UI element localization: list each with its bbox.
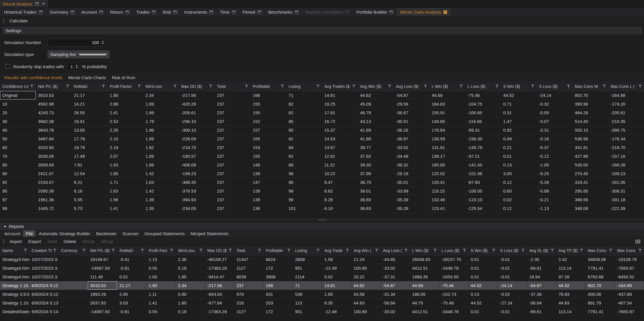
table-cell[interactable]: 45.09	[358, 100, 393, 108]
column-header-l-win[interactable]: L Win ($)	[410, 246, 439, 255]
table-cell[interactable]: 237	[215, 91, 250, 99]
table-cell[interactable]: 44.62	[358, 91, 393, 99]
table-cell[interactable]: 237	[215, 161, 250, 169]
table-cell[interactable]: 0.12	[501, 178, 537, 186]
table-cell[interactable]: -0.81	[117, 264, 146, 272]
splitter-grip-icon[interactable]	[318, 220, 326, 220]
table-cell[interactable]: -116.66	[465, 117, 501, 126]
table-cell[interactable]: 237	[215, 204, 250, 213]
table-cell[interactable]: -7650.87	[615, 307, 644, 316]
column-header-max-dd[interactable]: Max DD ($	[205, 246, 234, 255]
filter-icon[interactable]	[551, 249, 554, 252]
filter-icon[interactable]	[111, 249, 115, 252]
collapse-icon[interactable]	[3, 225, 6, 227]
table-cell[interactable]: -3.31	[537, 126, 572, 134]
table-cell[interactable]: 0.02	[117, 273, 146, 281]
table-cell[interactable]: 1445.72	[36, 204, 71, 213]
table-cell[interactable]: 1.82	[143, 143, 179, 152]
table-cell[interactable]: 17.78	[71, 135, 107, 143]
table-cell[interactable]: 1893.29	[88, 290, 117, 298]
table-cell[interactable]: 21.24	[351, 255, 381, 264]
table-cell[interactable]: -75.46	[439, 299, 468, 307]
table-cell[interactable]: 2243.57	[36, 178, 71, 186]
filter-icon[interactable]	[602, 85, 606, 88]
table-cell[interactable]: 237	[215, 126, 250, 134]
table-cell[interactable]: -205.61	[608, 108, 644, 117]
tab-monte-carlo-analysis[interactable]: Monte Carlo Analysis	[397, 8, 451, 16]
table-cell[interactable]: -43.65	[381, 255, 410, 264]
table-cell[interactable]: -56.84	[527, 299, 556, 307]
table-cell[interactable]: 80	[286, 126, 322, 134]
table-row[interactable]: 902421.0712.541.851.42-199.232371399810.…	[0, 169, 644, 178]
table-cell[interactable]: -222.39	[608, 204, 644, 213]
table-cell[interactable]: 3510.53	[36, 91, 71, 99]
table-cell[interactable]: 6/9/2024 5:14	[29, 307, 59, 316]
table-row[interactable]: 104562.9814.212.881.89-420.282371558219.…	[0, 100, 644, 108]
table-cell[interactable]: 113.14	[556, 264, 586, 272]
table-cell[interactable]: 6.21	[71, 178, 107, 186]
table-cell[interactable]: 95	[0, 187, 36, 195]
table-cell[interactable]: -296.10	[179, 117, 215, 126]
table-cell[interactable]: 6039	[234, 273, 264, 281]
tab-portfolio-builder[interactable]: Portfolio Builder	[353, 8, 397, 16]
table-cell[interactable]: 39.01	[358, 187, 393, 195]
table-cell[interactable]: -0.12	[537, 152, 572, 160]
table-cell[interactable]: -6450.52	[615, 273, 644, 281]
table-row[interactable]: Strategy 1.10.6/9/2024 5:132637.833.031.…	[0, 299, 644, 307]
column-header-avg-win[interactable]: Avg Win ($)	[358, 82, 393, 91]
table-row[interactable]: 603310.9019.782.191.82-218.702371538413.…	[0, 143, 644, 152]
table-cell[interactable]: 39.77	[358, 143, 393, 152]
table-row[interactable]: Strategy 1.10.6/9/2024 5:123510.5321.171…	[0, 281, 644, 290]
table-cell[interactable]: -228.09	[179, 135, 215, 143]
table-cell[interactable]: -0.32	[537, 100, 572, 108]
table-cell[interactable]: 12.81	[322, 152, 358, 160]
table-cell[interactable]: -190.57	[179, 152, 215, 160]
table-cell[interactable]: 131.91	[429, 143, 465, 152]
table-cell[interactable]: 39.30	[358, 161, 393, 169]
table-cell[interactable]: 19.78	[71, 143, 107, 152]
filter-icon[interactable]	[375, 249, 379, 252]
filter-icon[interactable]	[316, 249, 320, 252]
table-cell[interactable]: 6/9/2024 5:13	[29, 299, 59, 307]
table-cell[interactable]: -35.39	[393, 195, 429, 204]
table-cell[interactable]: 10/27/2023 3:	[29, 273, 59, 281]
results-tab-results-with-confidence-levels[interactable]: Results with confidence levels	[2, 74, 65, 81]
table-cell[interactable]: 505.15	[573, 126, 608, 134]
table-cell[interactable]: 0.12	[501, 204, 537, 213]
table-cell[interactable]: 44.52	[468, 299, 498, 307]
table-cell[interactable]: 530.00	[573, 161, 608, 169]
table-cell[interactable]: 427.88	[573, 152, 608, 160]
filter-icon[interactable]	[287, 249, 291, 252]
table-cell[interactable]: 1889.35	[410, 273, 439, 281]
table-cell[interactable]: -29.18	[393, 169, 429, 178]
table-cell[interactable]: 10/27/2023 3:	[29, 255, 59, 264]
table-cell[interactable]: 951	[293, 307, 322, 316]
table-cell[interactable]: -33.02	[393, 143, 429, 152]
table-cell[interactable]: -37.31	[381, 273, 410, 281]
table-cell[interactable]: 10/27/2023 3:	[29, 264, 59, 272]
table-cell[interactable]: -19109.78	[615, 255, 644, 264]
reports-tab-file[interactable]: File	[23, 231, 35, 237]
table-cell[interactable]: 28.55	[71, 108, 107, 117]
table-cell[interactable]: 85	[286, 117, 322, 126]
table-cell[interactable]: -75.46	[439, 281, 468, 290]
popout-icon[interactable]	[209, 10, 213, 14]
table-cell[interactable]: -217.56	[205, 281, 234, 290]
table-cell[interactable]: 1.15	[146, 255, 176, 264]
table-cell[interactable]	[59, 281, 88, 290]
skip-probability-input[interactable]: 1	[67, 63, 79, 70]
column-header-profit-fact[interactable]: Profit Fact	[146, 246, 176, 255]
tab-risk[interactable]: Risk	[159, 8, 181, 16]
table-cell[interactable]: 802.70	[573, 91, 608, 99]
table-cell[interactable]: 176.84	[429, 126, 465, 134]
table-cell[interactable]: 6763.68	[585, 273, 615, 281]
table-cell[interactable]: 152	[251, 117, 286, 126]
table-cell[interactable]: -35.28	[393, 204, 429, 213]
table-cell[interactable]: 122.02	[429, 169, 465, 178]
table-cell[interactable]: -0.41	[117, 255, 146, 264]
filter-icon[interactable]	[567, 85, 571, 88]
table-cell[interactable]: 39.60	[358, 195, 393, 204]
filter-icon[interactable]	[521, 249, 525, 252]
table-cell[interactable]: -36.67	[393, 108, 429, 117]
table-cell[interactable]: 44.69	[429, 91, 465, 99]
